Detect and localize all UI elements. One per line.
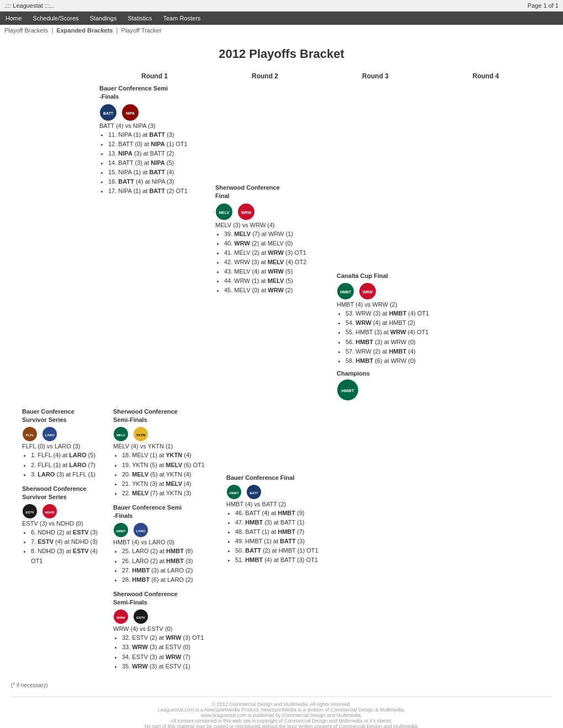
estv-semi2-logo: ESTV — [133, 609, 148, 624]
champion-hmbt-logo: HMBT — [337, 379, 359, 401]
bauer-survivor-title: Bauer ConferenceSurvivor Series — [22, 408, 110, 425]
bauer-semi-logos: BATT NIPA — [99, 104, 210, 121]
bauer-final-title: Bauer Conference Final — [226, 474, 342, 482]
sherwood-semi-title: Sherwood ConferenceSemi-Finals — [113, 408, 221, 425]
sherwood-semi2-title: Sherwood ConferenceSemi-Finals — [113, 590, 221, 607]
laro-semi2-logo: LARO — [133, 522, 148, 538]
breadcrumb: Playoff Brackets | Expanded Brackets | P… — [0, 25, 563, 36]
batt-final-logo: BATT — [246, 484, 262, 500]
svg-text:HMBT: HMBT — [229, 491, 239, 495]
svg-text:BATT: BATT — [249, 491, 258, 495]
svg-text:BATT: BATT — [103, 111, 114, 115]
melv-logo: MELV — [215, 203, 233, 221]
bauer-semi2-logos: HMBT LARO — [113, 522, 221, 538]
bauer-survivor-score: FLFL (0) vs LARO (3) — [22, 443, 110, 449]
svg-text:NIPA: NIPA — [126, 111, 135, 115]
laro-logo: LARO — [42, 426, 57, 442]
sherwood-survivor-logos: ESTV NDHD — [22, 504, 110, 519]
sherwood-semi2-games: 32. ESTV (2) at WRW (3) OT1 33. WRW (3) … — [122, 633, 221, 671]
sherwood-semi-score: MELV (4) vs YKTN (1) — [113, 443, 221, 449]
svg-text:MELV: MELV — [219, 211, 230, 215]
sherwood-semi2-score: WRW (4) vs ESTV (0) — [113, 625, 221, 632]
spacer-top — [215, 84, 331, 184]
wrw-logo: WRW — [237, 203, 255, 221]
yktn-logo: YKTN — [133, 426, 148, 442]
browser-title-left: .::: Leaguestat :::... — [4, 2, 55, 9]
wrw-semi2-logo: WRW — [113, 609, 129, 624]
sherwood-semi-games: 18. MELV (1) at YKTN (4) 19. YKTN (5) at… — [122, 451, 221, 497]
sherwood-survivor-score: ESTV (3) vs NDHD (0) — [22, 520, 110, 527]
svg-text:ESTV: ESTV — [25, 511, 34, 514]
bauer-survivor-games: 1. FLFL (4) at LARO (5) 2. FLFL (1) at L… — [31, 451, 110, 479]
nav-home[interactable]: Home — [0, 12, 27, 25]
svg-text:HMBT: HMBT — [116, 529, 126, 533]
canalta-score: HMBT (4) vs WRW (2) — [337, 301, 431, 308]
r2-bauer-semi: Bauer Conference Semi-Finals BATT NIPA B — [99, 84, 210, 402]
sherwood-semi2-block: Sherwood ConferenceSemi-Finals WRW ESTV … — [113, 590, 221, 671]
bauer-semi-finals-title: Bauer Conference Semi-Finals — [99, 84, 210, 101]
browser-title-right: Page 1 of 1 — [528, 2, 559, 9]
nav-standings[interactable]: Standings — [84, 12, 123, 25]
sherwood-semi-logos: MELV YKTN — [113, 426, 221, 442]
r2-lower-section: Sherwood ConferenceSemi-Finals MELV YKTN… — [110, 408, 221, 671]
footer-note: (* if necessary) — [11, 682, 552, 688]
svg-text:MELV: MELV — [116, 433, 125, 437]
sherwood-semi2-logos: WRW ESTV — [113, 609, 221, 624]
bracket-columns: Bauer Conference Semi-Finals BATT NIPA B — [99, 84, 431, 402]
page-title: 2012 Playoffs Bracket — [11, 47, 552, 61]
bauer-survivor-block: Bauer ConferenceSurvivor Series FLFL LAR… — [22, 408, 110, 479]
round3-header: Round 3 — [320, 72, 431, 80]
bauer-survivor-logos: FLFL LARO — [22, 426, 110, 442]
round4-header: Round 4 — [431, 72, 541, 80]
bauer-semi2-games: 25. LARO (2) at HMBT (8) 26. LARO (2) at… — [122, 547, 221, 584]
nav-bar: Home Schedule/Scores Standings Statistic… — [0, 12, 563, 25]
r3-lower-section: Bauer Conference Final HMBT BATT HMBT (4… — [221, 408, 342, 671]
svg-text:WRW: WRW — [116, 616, 125, 619]
bauer-semi2-block: Bauer Conference Semi-Finals HMBT LARO H… — [113, 504, 221, 585]
bauer-final-score: HMBT (4) vs BATT (2) — [226, 501, 342, 507]
canalta-logos: HMBT WRW — [337, 282, 431, 300]
round1-header: Round 1 — [99, 72, 210, 80]
breadcrumb-expanded-brackets[interactable]: Expanded Brackets — [56, 27, 113, 34]
bauer-final-logos: HMBT BATT — [226, 484, 342, 500]
breadcrumb-playoff-brackets[interactable]: Playoff Brackets — [4, 27, 48, 34]
bauer-final-block: Bauer Conference Final HMBT BATT HMBT (4… — [226, 474, 342, 565]
left-labels — [11, 84, 99, 402]
bracket-content: Bauer Conference Semi-Finals BATT NIPA B — [11, 84, 552, 402]
nav-team-rosters[interactable]: Team Rosters — [157, 12, 206, 25]
browser-top-bar: .::: Leaguestat :::... Page 1 of 1 — [0, 0, 563, 12]
champion-logo-area: HMBT — [337, 379, 431, 402]
svg-text:HMBT: HMBT — [340, 290, 352, 294]
svg-text:HMBT: HMBT — [341, 388, 354, 393]
hmbt-final-logo: HMBT — [226, 484, 242, 500]
nipa-logo: NIPA — [121, 104, 139, 121]
breadcrumb-playoff-tracker[interactable]: Playoff Tracker — [121, 27, 162, 34]
rounds-header: Round 1 Round 2 Round 3 Round 4 — [99, 72, 552, 80]
sherwood-final-logos: MELV WRW — [215, 203, 331, 221]
melv-semi-logo: MELV — [113, 426, 129, 442]
bauer-semi2-title: Bauer Conference Semi-Finals — [113, 504, 221, 521]
nav-schedule-scores[interactable]: Schedule/Scores — [27, 12, 84, 25]
sherwood-conf-final-title: Sherwood ConferenceFinal — [215, 184, 331, 201]
spacer-canalta — [337, 84, 431, 272]
round2-header: Round 2 — [210, 72, 320, 80]
sherwood-final-games: 39. MELV (7) at WRW (1) 40. WRW (2) at M… — [224, 229, 331, 295]
canalta-cup-title: Canalta Cup Final — [337, 272, 431, 280]
sherwood-semi-block: Sherwood ConferenceSemi-Finals MELV YKTN… — [113, 408, 221, 498]
bauer-final-games: 46. BATT (4) at HMBT (9) 47. HMBT (3) at… — [235, 508, 342, 565]
wrw-logo-canalta: WRW — [359, 282, 376, 300]
svg-text:FLFL: FLFL — [26, 433, 34, 437]
nav-statistics[interactable]: Statistics — [122, 12, 157, 25]
svg-text:LARO: LARO — [136, 529, 146, 533]
sherwood-final-score: MELV (3) vs WRW (4) — [215, 222, 331, 228]
sherwood-survivor-games: 6. NDHD (2) at ESTV (3) 7. ESTV (4) at N… — [31, 528, 110, 565]
bauer-semi-games: 11. NIPA (1) at BATT (3) 12. BATT (0) at… — [108, 130, 210, 196]
ndhd-logo: NDHD — [42, 504, 57, 519]
svg-text:WRW: WRW — [363, 290, 373, 294]
r4-canalta: Canalta Cup Final HMBT WRW HMBT (4) vs W… — [331, 84, 431, 402]
flfl-logo: FLFL — [22, 426, 38, 442]
svg-text:ESTV: ESTV — [136, 616, 145, 619]
champions-label: Champions — [337, 370, 431, 377]
hmbt-semi2-logo: HMBT — [113, 522, 129, 538]
r1-section: Bauer ConferenceSurvivor Series FLFL LAR… — [22, 408, 110, 671]
